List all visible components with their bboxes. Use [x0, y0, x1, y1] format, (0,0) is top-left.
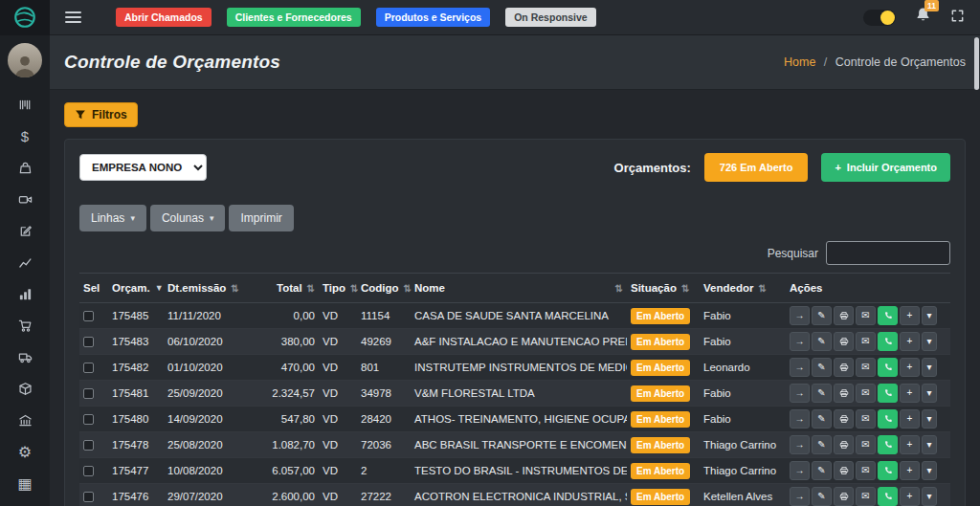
print-action-button[interactable]	[834, 332, 854, 351]
open-action-button[interactable]: →	[790, 409, 810, 429]
more-action-button[interactable]: ▾	[922, 306, 937, 325]
sidebar-item-impressao[interactable]	[0, 499, 50, 506]
email-action-button[interactable]: ✉	[856, 384, 876, 403]
column-header-tipo[interactable]: Tipo⇅	[319, 274, 357, 303]
column-header-emissao[interactable]: Dt.emissão⇅	[164, 274, 250, 303]
more-action-button[interactable]: ▾	[922, 487, 937, 506]
row-select-checkbox[interactable]	[83, 440, 94, 451]
add-action-button[interactable]: +	[900, 306, 920, 325]
row-select-checkbox[interactable]	[83, 311, 94, 321]
column-header-situacao[interactable]: Situação⇅	[627, 274, 700, 303]
row-select-checkbox[interactable]	[83, 388, 94, 399]
row-select-checkbox[interactable]	[83, 363, 94, 373]
imprimir-button[interactable]: Imprimir	[229, 205, 293, 231]
more-action-button[interactable]: ▾	[922, 332, 937, 351]
edit-action-button[interactable]: ✎	[812, 358, 832, 377]
whatsapp-action-button[interactable]	[878, 384, 898, 403]
filters-button[interactable]: Filtros	[64, 102, 138, 127]
email-action-button[interactable]: ✉	[856, 409, 876, 429]
row-select-checkbox[interactable]	[83, 414, 94, 425]
theme-toggle[interactable]	[863, 10, 896, 26]
menu-toggle-icon[interactable]	[65, 9, 81, 26]
sidebar-item-financeiro[interactable]: $	[0, 121, 50, 152]
email-action-button[interactable]: ✉	[856, 358, 876, 377]
print-action-button[interactable]	[834, 435, 854, 454]
abrir-chamados-button[interactable]: Abrir Chamados	[116, 8, 212, 27]
email-action-button[interactable]: ✉	[856, 435, 876, 454]
whatsapp-action-button[interactable]	[878, 461, 898, 480]
more-action-button[interactable]: ▾	[922, 435, 937, 454]
notifications-button[interactable]: 11	[915, 7, 931, 28]
whatsapp-action-button[interactable]	[878, 332, 898, 351]
sidebar-item-produtos[interactable]	[0, 373, 50, 405]
colunas-button[interactable]: Colunas▾	[150, 205, 226, 231]
add-action-button[interactable]: +	[900, 332, 920, 351]
app-logo[interactable]	[0, 0, 50, 35]
edit-action-button[interactable]: ✎	[812, 409, 832, 429]
search-input[interactable]	[826, 241, 950, 265]
add-action-button[interactable]: +	[900, 487, 920, 506]
edit-action-button[interactable]: ✎	[812, 461, 832, 480]
open-action-button[interactable]: →	[790, 384, 810, 403]
breadcrumb-home-link[interactable]: Home	[784, 55, 815, 69]
sidebar-item-carrinho[interactable]	[0, 310, 50, 341]
sidebar-item-grafico-linha[interactable]	[0, 247, 50, 278]
print-action-button[interactable]	[834, 306, 854, 325]
whatsapp-action-button[interactable]	[878, 358, 898, 377]
sidebar-item-banco[interactable]	[0, 405, 50, 436]
column-header-orcam[interactable]: Orçam.▼	[108, 274, 164, 303]
more-action-button[interactable]: ▾	[922, 409, 937, 429]
print-action-button[interactable]	[834, 384, 854, 403]
sidebar-item-entregas[interactable]	[0, 341, 50, 373]
linhas-button[interactable]: Linhas▾	[79, 205, 146, 231]
add-action-button[interactable]: +	[900, 358, 920, 377]
column-header-codigo[interactable]: Codigo⇅	[357, 274, 411, 303]
sidebar-item-midia[interactable]	[0, 184, 50, 215]
edit-action-button[interactable]: ✎	[812, 332, 832, 351]
sidebar-item-grafico-barra[interactable]	[0, 278, 50, 310]
open-action-button[interactable]: →	[790, 332, 810, 351]
open-action-button[interactable]: →	[790, 358, 810, 377]
whatsapp-action-button[interactable]	[878, 306, 898, 325]
whatsapp-action-button[interactable]	[878, 409, 898, 429]
open-action-button[interactable]: →	[790, 487, 810, 506]
fullscreen-button[interactable]	[950, 9, 965, 26]
open-action-button[interactable]: →	[790, 461, 810, 480]
row-select-checkbox[interactable]	[83, 466, 94, 476]
add-action-button[interactable]: +	[900, 435, 920, 454]
sidebar-item-barcode[interactable]	[0, 89, 50, 121]
more-action-button[interactable]: ▾	[922, 461, 937, 480]
add-action-button[interactable]: +	[900, 409, 920, 429]
sidebar-item-editar[interactable]	[0, 215, 50, 247]
print-action-button[interactable]	[834, 409, 854, 429]
scrollbar-thumb[interactable]	[974, 37, 979, 90]
column-header-nome[interactable]: Nome⇅	[411, 274, 627, 303]
column-header-total[interactable]: Total⇅	[250, 274, 319, 303]
edit-action-button[interactable]: ✎	[812, 487, 832, 506]
sidebar-item-tabelas[interactable]: ▦	[0, 468, 50, 499]
open-count-button[interactable]: 726 Em Aberto	[704, 153, 809, 182]
add-action-button[interactable]: +	[900, 461, 920, 480]
edit-action-button[interactable]: ✎	[812, 306, 832, 325]
more-action-button[interactable]: ▾	[922, 384, 937, 403]
email-action-button[interactable]: ✉	[856, 487, 876, 506]
sidebar-item-compras[interactable]	[0, 152, 50, 184]
edit-action-button[interactable]: ✎	[812, 435, 832, 454]
more-action-button[interactable]: ▾	[922, 358, 937, 377]
email-action-button[interactable]: ✉	[856, 461, 876, 480]
column-header-vendedor[interactable]: Vendedor⇅	[700, 274, 786, 303]
produtos-servicos-button[interactable]: Produtos e Serviços	[376, 8, 491, 27]
on-responsive-button[interactable]: On Responsive	[505, 8, 595, 27]
company-select[interactable]: EMPRESA NONO	[79, 154, 207, 181]
print-action-button[interactable]	[834, 487, 854, 506]
sidebar-item-configuracoes[interactable]: ⚙	[0, 436, 50, 468]
open-action-button[interactable]: →	[790, 306, 810, 325]
whatsapp-action-button[interactable]	[878, 487, 898, 506]
print-action-button[interactable]	[834, 461, 854, 480]
email-action-button[interactable]: ✉	[856, 332, 876, 351]
email-action-button[interactable]: ✉	[856, 306, 876, 325]
clientes-fornecedores-button[interactable]: Clientes e Fornecedores	[227, 8, 361, 27]
add-action-button[interactable]: +	[900, 384, 920, 403]
avatar[interactable]	[8, 43, 42, 77]
add-orcamento-button[interactable]: + Incluir Orçamento	[821, 153, 950, 182]
